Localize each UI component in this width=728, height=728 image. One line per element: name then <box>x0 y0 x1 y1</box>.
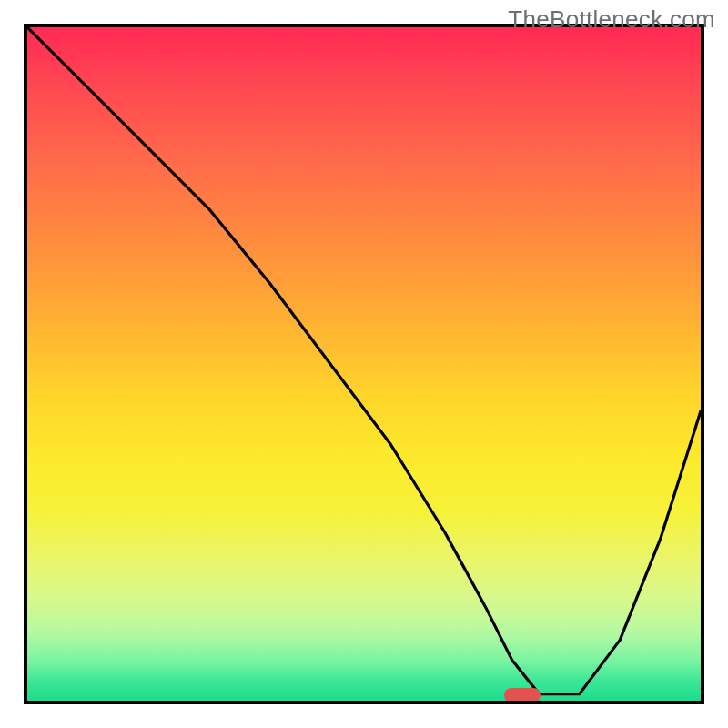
bottleneck-curve-path <box>27 27 701 694</box>
axis-right <box>701 24 704 704</box>
bottleneck-chart: TheBottleneck.com <box>0 0 728 728</box>
axis-bottom <box>24 701 704 704</box>
axis-left <box>24 24 27 704</box>
plot-area <box>27 27 701 701</box>
watermark-text: TheBottleneck.com <box>508 5 715 34</box>
curve-svg <box>27 27 701 701</box>
